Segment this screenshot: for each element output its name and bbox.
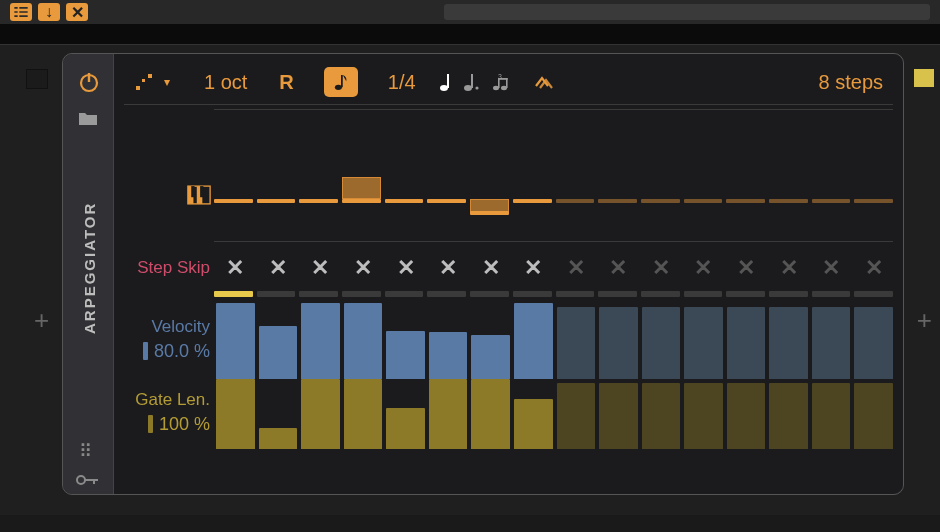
octave-step[interactable]: [556, 155, 595, 227]
velocity-step[interactable]: [812, 303, 851, 379]
octave-step[interactable]: [812, 155, 851, 227]
gate-step[interactable]: [854, 379, 893, 449]
step-skip-toggle[interactable]: ✕: [812, 253, 851, 283]
octave-step[interactable]: [513, 155, 552, 227]
step-skip-toggle[interactable]: ✕: [642, 253, 681, 283]
step-skip-toggle[interactable]: ✕: [854, 253, 893, 283]
rate-mode-dotted-icon[interactable]: [464, 73, 480, 91]
octave-step[interactable]: [427, 155, 466, 227]
toolbar-list-button[interactable]: [10, 3, 32, 21]
add-device-after-button[interactable]: +: [917, 305, 932, 336]
step-skip-toggle[interactable]: ✕: [216, 253, 255, 283]
gate-value[interactable]: 100 %: [148, 414, 210, 435]
octave-step[interactable]: [641, 155, 680, 227]
velocity-value[interactable]: 80.0 %: [143, 341, 210, 362]
device-stage: + + ARPEGGIATOR ⠿: [0, 44, 940, 515]
velocity-step[interactable]: [599, 303, 638, 379]
octave-step[interactable]: [854, 155, 893, 227]
reverse-button[interactable]: R: [279, 71, 293, 94]
gate-step[interactable]: [259, 379, 298, 449]
step-position-indicator: [556, 291, 595, 297]
rate-mode-normal-icon[interactable]: [440, 73, 452, 91]
step-progress-row: [214, 291, 893, 301]
toolbar-down-button[interactable]: ↓: [38, 3, 60, 21]
gate-step[interactable]: [386, 379, 425, 449]
gate-step[interactable]: [642, 379, 681, 449]
grip-icon[interactable]: ⠿: [79, 449, 94, 454]
gate-step[interactable]: [769, 379, 808, 449]
chain-output-swatch: [914, 69, 934, 87]
gate-step[interactable]: [471, 379, 510, 449]
step-position-indicator: [385, 291, 424, 297]
step-skip-toggle[interactable]: ✕: [344, 253, 383, 283]
power-icon[interactable]: [77, 70, 101, 94]
velocity-step[interactable]: [386, 303, 425, 379]
velocity-step[interactable]: [557, 303, 596, 379]
velocity-step[interactable]: [727, 303, 766, 379]
velocity-step[interactable]: [259, 303, 298, 379]
step-skip-toggle[interactable]: ✕: [599, 253, 638, 283]
octave-step[interactable]: [385, 155, 424, 227]
gate-step[interactable]: [216, 379, 255, 449]
gate-step[interactable]: [684, 379, 723, 449]
gate-step[interactable]: [344, 379, 383, 449]
octave-step[interactable]: [769, 155, 808, 227]
octave-step[interactable]: [257, 155, 296, 227]
svg-point-14: [475, 86, 478, 89]
octave-step[interactable]: [598, 155, 637, 227]
step-skip-toggle[interactable]: ✕: [259, 253, 298, 283]
octave-step[interactable]: [684, 155, 723, 227]
note-mode-toggle[interactable]: [324, 67, 358, 97]
gate-step[interactable]: [514, 379, 553, 449]
remote-icon[interactable]: [76, 474, 100, 486]
octaves-value[interactable]: 1 oct: [204, 71, 247, 94]
velocity-step[interactable]: [514, 303, 553, 379]
velocity-step[interactable]: [684, 303, 723, 379]
gate-step[interactable]: [599, 379, 638, 449]
add-device-before-button[interactable]: +: [34, 305, 49, 336]
step-skip-toggle[interactable]: ✕: [727, 253, 766, 283]
velocity-step[interactable]: [642, 303, 681, 379]
velocity-step[interactable]: [301, 303, 340, 379]
octave-step[interactable]: [726, 155, 765, 227]
step-skip-toggle[interactable]: ✕: [429, 253, 468, 283]
velocity-step[interactable]: [429, 303, 468, 379]
velocity-step[interactable]: [344, 303, 383, 379]
octave-step[interactable]: [470, 155, 509, 227]
gate-step[interactable]: [812, 379, 851, 449]
gate-step[interactable]: [557, 379, 596, 449]
divider-band: [0, 24, 940, 44]
step-skip-toggle[interactable]: ✕: [514, 253, 553, 283]
gate-step[interactable]: [429, 379, 468, 449]
pattern-mode-dropdown-icon[interactable]: ▾: [164, 75, 170, 89]
rate-mode-triplet-icon[interactable]: 3: [492, 73, 512, 91]
step-position-indicator: [427, 291, 466, 297]
step-skip-toggle[interactable]: ✕: [684, 253, 723, 283]
svg-rect-20: [498, 78, 508, 80]
step-skip-toggle[interactable]: ✕: [557, 253, 596, 283]
velocity-label: Velocity: [151, 317, 210, 337]
retrigger-mode-icon[interactable]: [534, 74, 558, 90]
rate-value[interactable]: 1/4: [388, 71, 416, 94]
steps-value[interactable]: 8 steps: [819, 71, 883, 94]
gate-label: Gate Len.: [135, 390, 210, 410]
velocity-step[interactable]: [769, 303, 808, 379]
gate-step[interactable]: [727, 379, 766, 449]
velocity-step[interactable]: [216, 303, 255, 379]
svg-rect-25: [200, 186, 203, 197]
octave-step[interactable]: [342, 155, 381, 227]
toolbar-search-field[interactable]: [444, 4, 930, 20]
preset-folder-icon[interactable]: [78, 110, 98, 126]
step-skip-toggle[interactable]: ✕: [301, 253, 340, 283]
step-skip-toggle[interactable]: ✕: [769, 253, 808, 283]
velocity-step[interactable]: [854, 303, 893, 379]
step-skip-toggle[interactable]: ✕: [386, 253, 425, 283]
svg-rect-24: [191, 186, 194, 197]
velocity-step[interactable]: [471, 303, 510, 379]
gate-step[interactable]: [301, 379, 340, 449]
step-skip-toggle[interactable]: ✕: [471, 253, 510, 283]
octave-step[interactable]: [214, 155, 253, 227]
octave-step[interactable]: [299, 155, 338, 227]
pattern-mode-button[interactable]: [124, 72, 164, 92]
toolbar-close-button[interactable]: ✕: [66, 3, 88, 21]
